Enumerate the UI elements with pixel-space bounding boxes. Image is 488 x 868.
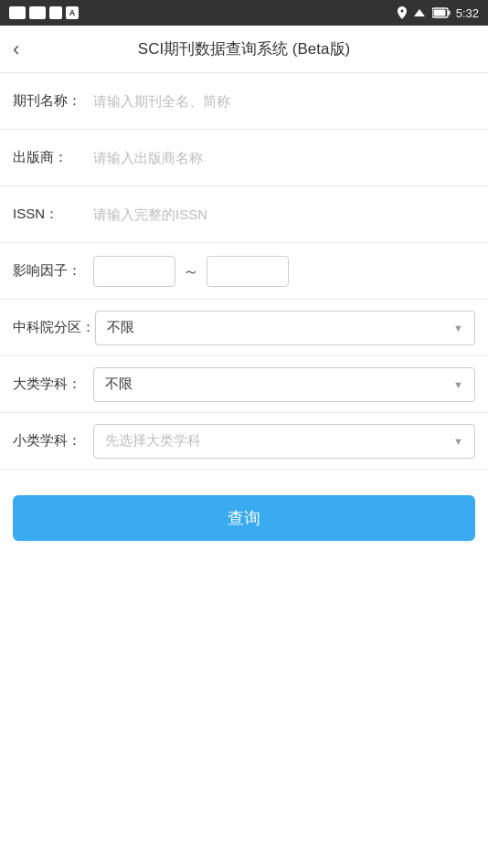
status-bar-left-icons: A — [9, 6, 79, 19]
journal-name-row: 期刊名称： — [0, 73, 488, 130]
major-subject-row: 大类学科： 不限 ▼ — [0, 356, 488, 413]
status-icon-4: A — [66, 6, 79, 19]
status-bar-right: 5:32 — [398, 6, 479, 20]
minor-subject-value: 先选择大类学科 — [105, 432, 201, 450]
minor-subject-label: 小类学科： — [13, 432, 93, 450]
major-subject-chevron-icon: ▼ — [453, 379, 463, 390]
back-button[interactable]: ‹ — [13, 39, 40, 59]
impact-factor-inputs: ～ — [93, 256, 289, 287]
page-title: SCI期刊数据查询系统 (Beta版) — [40, 38, 448, 59]
issn-label: ISSN： — [13, 206, 93, 223]
query-button-wrap: 查询 — [0, 470, 488, 566]
issn-row: ISSN： — [0, 186, 488, 243]
publisher-row: 出版商： — [0, 130, 488, 186]
location-icon — [398, 6, 407, 19]
svg-marker-0 — [414, 9, 425, 16]
cas-region-label: 中科院分区： — [13, 319, 95, 336]
cas-region-value: 不限 — [107, 319, 134, 336]
impact-factor-label: 影响因子： — [13, 262, 93, 280]
journal-name-label: 期刊名称： — [13, 92, 93, 110]
impact-factor-max[interactable] — [207, 256, 289, 287]
issn-input[interactable] — [93, 206, 475, 222]
search-form: 期刊名称： 出版商： ISSN： 影响因子： ～ 中科院分区： 不限 ▼ 大类学… — [0, 73, 488, 470]
status-icon-1 — [9, 6, 26, 19]
major-subject-label: 大类学科： — [13, 376, 93, 393]
signal-icon — [412, 7, 427, 18]
major-subject-dropdown[interactable]: 不限 ▼ — [93, 367, 475, 402]
minor-subject-dropdown[interactable]: 先选择大类学科 ▼ — [93, 424, 475, 459]
major-subject-value: 不限 — [105, 376, 133, 393]
nav-bar: ‹ SCI期刊数据查询系统 (Beta版) — [0, 26, 488, 73]
publisher-label: 出版商： — [13, 149, 93, 166]
svg-rect-3 — [433, 10, 445, 16]
impact-tilde: ～ — [183, 260, 199, 282]
cas-region-row: 中科院分区： 不限 ▼ — [0, 300, 488, 356]
impact-factor-min[interactable] — [93, 256, 175, 287]
status-time: 5:32 — [456, 6, 479, 20]
query-button[interactable]: 查询 — [13, 495, 475, 541]
status-icon-3 — [49, 6, 62, 19]
status-bar: A 5:32 — [0, 0, 488, 26]
impact-factor-row: 影响因子： ～ — [0, 243, 488, 300]
journal-name-input[interactable] — [93, 93, 475, 109]
publisher-input[interactable] — [93, 150, 475, 165]
minor-subject-row: 小类学科： 先选择大类学科 ▼ — [0, 413, 488, 470]
svg-rect-2 — [448, 11, 450, 16]
battery-icon — [432, 7, 451, 18]
status-icon-2 — [29, 6, 46, 19]
cas-region-chevron-icon: ▼ — [453, 323, 463, 333]
cas-region-dropdown[interactable]: 不限 ▼ — [95, 311, 475, 345]
minor-subject-chevron-icon: ▼ — [453, 436, 463, 447]
